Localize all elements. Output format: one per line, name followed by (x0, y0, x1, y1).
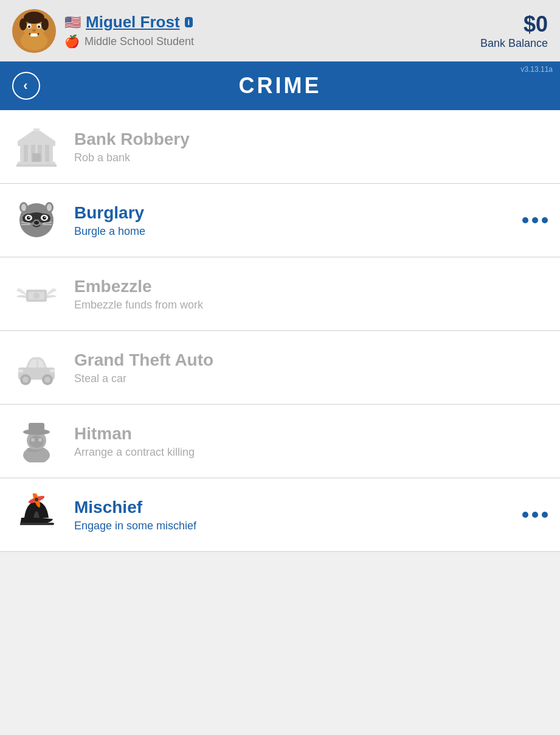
grand-theft-auto-text: Grand Theft Auto Steal a car (74, 350, 548, 385)
burglary-dots (516, 217, 548, 223)
crime-item-burglary[interactable]: Burglary Burgle a home (0, 184, 560, 257)
mischief-icon (12, 490, 61, 539)
nav-title: CRIME (239, 73, 322, 99)
player-role: Middle School Student (85, 35, 194, 48)
dot-3 (542, 512, 548, 518)
version-label: v3.13.11a (520, 65, 553, 74)
burglary-desc: Burgle a home (74, 225, 516, 238)
back-arrow-icon: ‹ (23, 79, 27, 92)
dot-2 (532, 217, 538, 223)
svg-point-30 (43, 216, 46, 220)
svg-point-33 (34, 221, 39, 225)
mischief-dots (516, 512, 548, 518)
bank-robbery-desc: Rob a bank (74, 152, 548, 164)
dot-1 (522, 512, 528, 518)
svg-point-8 (28, 26, 30, 28)
back-button[interactable]: ‹ (12, 72, 40, 100)
embezzle-text: Embezzle Embezzle funds from work (74, 277, 548, 312)
hitman-text: Hitman Arrange a contract killing (74, 424, 548, 459)
crime-item-mischief[interactable]: Mischief Engage in some mischief (0, 478, 560, 552)
crime-item-bank-robbery[interactable]: Bank Robbery Rob a bank (0, 110, 560, 184)
svg-rect-63 (20, 523, 54, 525)
header-right: $0 Bank Balance (480, 12, 548, 50)
svg-point-44 (33, 293, 40, 299)
hitman-icon (12, 417, 61, 465)
crime-item-hitman[interactable]: Hitman Arrange a contract killing (0, 405, 560, 478)
svg-point-5 (41, 18, 49, 30)
nav-bar: v3.13.11a ‹ CRIME (0, 61, 560, 110)
svg-rect-21 (16, 164, 57, 167)
svg-point-47 (22, 377, 29, 383)
bank-balance-label: Bank Balance (480, 37, 548, 50)
svg-point-37 (47, 204, 52, 211)
header-name-row: 🇺🇸 Miguel Frost i (64, 13, 194, 32)
svg-point-32 (44, 217, 46, 218)
grand-theft-auto-desc: Steal a car (74, 372, 548, 385)
svg-rect-22 (33, 128, 40, 131)
svg-rect-50 (18, 369, 23, 372)
crime-item-grand-theft-auto[interactable]: Grand Theft Auto Steal a car (0, 331, 560, 405)
header-left: 🇺🇸 Miguel Frost i 🍎 Middle School Studen… (12, 9, 194, 53)
dot-1 (522, 217, 528, 223)
mischief-text: Mischief Engage in some mischief (74, 498, 516, 532)
crime-list: Bank Robbery Rob a bank (0, 110, 560, 552)
svg-point-49 (44, 377, 50, 383)
svg-point-31 (29, 217, 30, 218)
flag-icon: 🇺🇸 (64, 15, 81, 30)
bank-robbery-title: Bank Robbery (74, 130, 548, 149)
dot-3 (542, 217, 548, 223)
svg-point-3 (24, 12, 44, 24)
svg-rect-55 (29, 423, 44, 433)
mischief-desc: Engage in some mischief (74, 520, 516, 532)
embezzle-desc: Embezzle funds from work (74, 299, 548, 312)
svg-rect-13 (18, 141, 55, 146)
dot-2 (532, 512, 538, 518)
player-name[interactable]: Miguel Frost (86, 13, 180, 32)
hitman-desc: Arrange a contract killing (74, 446, 548, 459)
svg-rect-10 (30, 33, 38, 37)
bank-robbery-icon (12, 122, 61, 171)
svg-point-35 (21, 204, 26, 211)
embezzle-title: Embezzle (74, 277, 548, 296)
burglary-icon (12, 196, 61, 245)
svg-rect-18 (45, 145, 49, 162)
avatar (12, 9, 56, 53)
svg-point-58 (38, 438, 42, 442)
crime-item-embezzle[interactable]: Embezzle Embezzle funds from work (0, 257, 560, 331)
header-role-row: 🍎 Middle School Student (64, 34, 194, 49)
apple-icon: 🍎 (64, 34, 80, 49)
svg-point-9 (38, 26, 40, 28)
burglary-title: Burglary (74, 203, 516, 223)
bank-robbery-text: Bank Robbery Rob a bank (74, 130, 548, 164)
svg-rect-19 (32, 153, 41, 163)
svg-rect-15 (24, 145, 28, 162)
svg-point-56 (29, 436, 44, 448)
embezzle-icon (12, 270, 61, 318)
svg-point-11 (32, 29, 36, 32)
svg-point-57 (31, 438, 35, 442)
burglary-text: Burglary Burgle a home (74, 203, 516, 238)
bank-balance-amount: $0 (480, 12, 548, 37)
svg-point-62 (35, 498, 38, 501)
svg-point-4 (19, 18, 27, 30)
mischief-title: Mischief (74, 498, 516, 517)
hitman-title: Hitman (74, 424, 548, 444)
grand-theft-auto-icon (12, 343, 61, 392)
header: 🇺🇸 Miguel Frost i 🍎 Middle School Studen… (0, 0, 560, 61)
svg-rect-51 (50, 369, 55, 372)
svg-point-29 (27, 216, 30, 220)
header-info: 🇺🇸 Miguel Frost i 🍎 Middle School Studen… (64, 13, 194, 49)
info-badge[interactable]: i (185, 17, 193, 27)
grand-theft-auto-title: Grand Theft Auto (74, 350, 548, 370)
